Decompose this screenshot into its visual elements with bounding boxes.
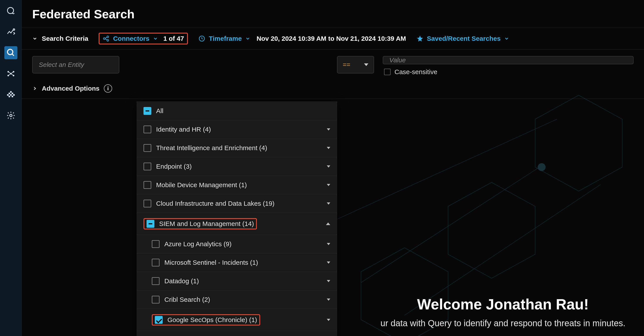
checkbox-icon bbox=[144, 200, 151, 207]
chevron-down-icon bbox=[327, 298, 330, 301]
svg-point-9 bbox=[10, 114, 12, 117]
checkbox-indeterminate-icon bbox=[144, 107, 151, 115]
connector-item[interactable]: Google SecOps (Chronicle) (1) bbox=[137, 309, 337, 331]
connector-item[interactable]: Microsoft Sentinel - Incidents (1) bbox=[137, 253, 337, 272]
chevron-down-icon bbox=[327, 261, 330, 264]
svg-point-20 bbox=[538, 163, 546, 171]
svg-line-19 bbox=[318, 119, 557, 228]
connector-item[interactable]: Identity and HR (4) bbox=[137, 120, 337, 139]
connectors-label: Connectors bbox=[113, 35, 149, 42]
checkbox-icon bbox=[152, 296, 160, 303]
checkbox-checked-icon bbox=[155, 316, 163, 324]
svg-point-1 bbox=[13, 29, 14, 30]
connector-item[interactable]: SIEM and Log Management (14) bbox=[137, 213, 337, 235]
timeframe-range: Nov 20, 2024 10:39 AM to Nov 21, 2024 10… bbox=[256, 35, 406, 42]
connectors-dropdown[interactable]: All Identity and HR (4)Threat Intelligen… bbox=[137, 102, 337, 336]
connector-label: All bbox=[156, 107, 163, 115]
connector-item[interactable]: Email Security and Communications (2) bbox=[137, 331, 337, 336]
logo-icon[interactable] bbox=[4, 4, 18, 18]
search-icon[interactable] bbox=[4, 46, 18, 59]
connector-label: Microsoft Sentinel - Incidents (1) bbox=[164, 259, 258, 266]
welcome-panel: Welcome Jonathan Rau! ur data with Query… bbox=[362, 296, 644, 328]
chevron-down-icon bbox=[327, 202, 330, 205]
svg-point-12 bbox=[107, 40, 109, 41]
connector-label: Cloud Infrastructure and Data Lakes (19) bbox=[156, 200, 274, 207]
welcome-subtext: ur data with Query to identify and respo… bbox=[362, 318, 644, 328]
saved-searches-toggle[interactable]: Saved/Recent Searches bbox=[416, 35, 510, 42]
timeframe-dropdown-toggle[interactable]: Timeframe Nov 20, 2024 10:39 AM to Nov 2… bbox=[198, 35, 406, 42]
svg-point-0 bbox=[8, 8, 14, 14]
chevron-down-icon bbox=[327, 147, 330, 149]
checkbox-icon bbox=[144, 181, 151, 189]
checkbox-icon bbox=[144, 144, 151, 152]
chevron-down-icon bbox=[327, 165, 330, 168]
connector-label: Identity and HR (4) bbox=[156, 126, 211, 133]
svg-point-2 bbox=[8, 49, 13, 55]
connector-item[interactable]: Mobile Device Management (1) bbox=[137, 176, 337, 194]
page-title: Federated Search bbox=[32, 7, 634, 21]
search-criteria-label: Search Criteria bbox=[42, 35, 88, 42]
chevron-down-icon bbox=[327, 319, 330, 321]
connector-item[interactable]: Cloud Infrastructure and Data Lakes (19) bbox=[137, 194, 337, 213]
connector-item[interactable]: Datadog (1) bbox=[137, 272, 337, 290]
connector-item[interactable]: Endpoint (3) bbox=[137, 157, 337, 176]
svg-line-3 bbox=[12, 54, 14, 56]
checkbox-icon bbox=[144, 163, 151, 170]
connector-label: SIEM and Log Management (14) bbox=[159, 220, 254, 227]
welcome-heading: Welcome Jonathan Rau! bbox=[362, 296, 644, 313]
svg-marker-15 bbox=[448, 182, 535, 278]
checkbox-indeterminate-icon bbox=[146, 220, 154, 228]
connector-label: Azure Log Analytics (9) bbox=[164, 240, 232, 248]
page-header: Federated Search bbox=[22, 0, 644, 28]
chevron-down-icon bbox=[327, 243, 330, 245]
chevron-down-icon bbox=[327, 280, 330, 282]
checkbox-icon bbox=[152, 259, 160, 266]
connector-label: Threat Intelligence and Enrichment (4) bbox=[156, 144, 267, 152]
sidebar-nav bbox=[0, 0, 22, 336]
analytics-icon[interactable] bbox=[4, 25, 18, 38]
timeframe-label: Timeframe bbox=[209, 35, 242, 42]
chevron-down-icon bbox=[327, 184, 330, 186]
checkbox-icon bbox=[144, 126, 151, 133]
connector-item[interactable]: Azure Log Analytics (9) bbox=[137, 235, 337, 253]
connectors-dropdown-toggle[interactable]: Connectors 1 of 47 bbox=[98, 33, 188, 45]
criteria-bar: Search Criteria Connectors 1 of 47 Timef… bbox=[22, 28, 644, 50]
plugin-icon[interactable] bbox=[4, 88, 18, 101]
connector-label: Datadog (1) bbox=[164, 277, 199, 285]
connectors-count: 1 of 47 bbox=[163, 35, 184, 42]
connector-item[interactable]: Threat Intelligence and Enrichment (4) bbox=[137, 139, 337, 157]
saved-searches-label: Saved/Recent Searches bbox=[427, 35, 501, 42]
connector-item-all[interactable]: All bbox=[137, 102, 337, 120]
connector-label: Endpoint (3) bbox=[156, 163, 192, 170]
settings-icon[interactable] bbox=[4, 109, 18, 122]
svg-line-17 bbox=[361, 167, 540, 283]
graph-icon[interactable] bbox=[4, 67, 18, 80]
svg-marker-14 bbox=[535, 95, 622, 191]
chevron-down-icon bbox=[327, 128, 330, 131]
connector-label: Cribl Search (2) bbox=[164, 296, 210, 303]
connector-label: Mobile Device Management (1) bbox=[156, 181, 247, 189]
search-criteria-toggle[interactable]: Search Criteria bbox=[32, 35, 88, 42]
svg-point-11 bbox=[107, 36, 109, 38]
chevron-up-icon bbox=[326, 222, 330, 225]
checkbox-icon bbox=[152, 277, 160, 285]
checkbox-icon bbox=[152, 240, 160, 248]
connector-label: Google SecOps (Chronicle) (1) bbox=[168, 316, 257, 323]
connector-item[interactable]: Cribl Search (2) bbox=[137, 290, 337, 309]
svg-point-10 bbox=[104, 38, 105, 40]
